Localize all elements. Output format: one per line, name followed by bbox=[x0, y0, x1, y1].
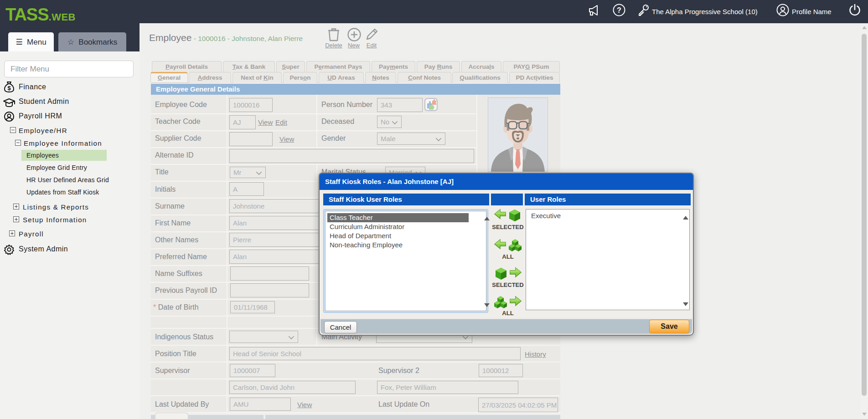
svg-text:?: ? bbox=[617, 6, 621, 14]
svg-text:$: $ bbox=[7, 85, 11, 92]
